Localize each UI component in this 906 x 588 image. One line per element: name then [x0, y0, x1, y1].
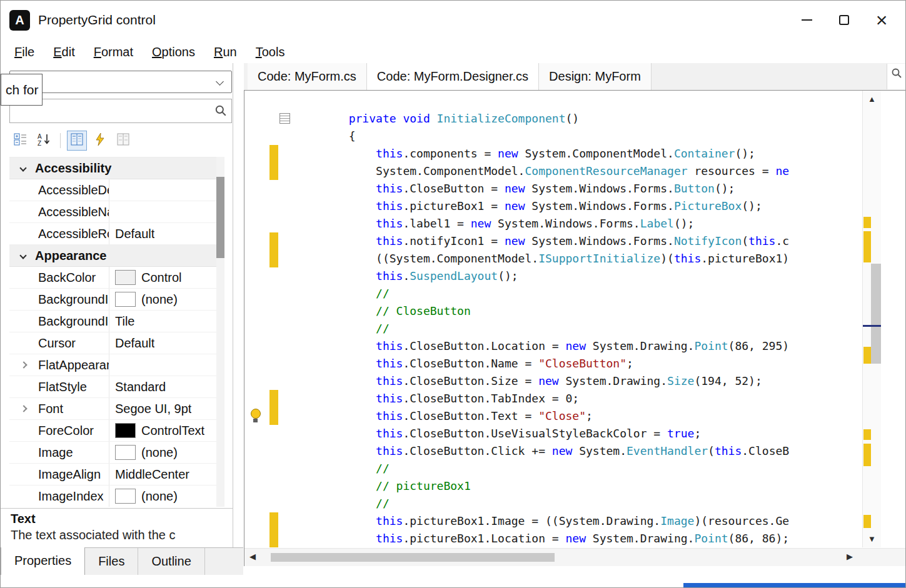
menu-item-run[interactable]: Run [214, 45, 237, 59]
code-line-13: // [244, 320, 862, 337]
editor-vscrollbar[interactable]: ▲ ▼ [862, 91, 881, 547]
scrollbar-thumb[interactable] [271, 553, 555, 562]
scroll-up-icon[interactable]: ▲ [863, 94, 881, 104]
property-value-cell[interactable]: Tile [109, 311, 224, 332]
property-pages-button[interactable] [113, 131, 133, 151]
tab-properties[interactable]: Properties [1, 547, 85, 575]
property-row-cursor[interactable]: CursorDefault [9, 332, 224, 354]
property-value-cell[interactable]: Default [109, 332, 224, 354]
code-line-2: { [244, 127, 862, 145]
scroll-right-icon[interactable]: ▶ [847, 552, 853, 561]
property-value-cell[interactable]: (none) [109, 289, 224, 310]
minimize-button[interactable] [788, 1, 825, 39]
maximize-button[interactable] [825, 1, 863, 39]
property-value-cell[interactable]: Default [109, 223, 224, 244]
property-row-image[interactable]: Image(none) [9, 442, 224, 464]
description-body: The text associated with the c [11, 528, 220, 542]
property-row-imageindex[interactable]: ImageIndex(none) [9, 486, 224, 507]
property-row-accessiblerole[interactable]: AccessibleRoleDefault [9, 223, 224, 245]
property-value-cell[interactable]: MiddleCenter [109, 464, 224, 485]
tab-files[interactable]: Files [85, 548, 138, 575]
property-row-accessibledescription[interactable]: AccessibleDescription [9, 179, 224, 201]
property-row-imagealign[interactable]: ImageAlignMiddleCenter [9, 464, 224, 486]
property-name: AccessibleName [38, 201, 109, 222]
tab-code-myform-cs[interactable]: Code: MyForm.cs [248, 63, 367, 90]
property-value: Default [115, 227, 154, 241]
quick-actions-icon[interactable] [249, 409, 263, 424]
property-grid-scrollbar[interactable] [216, 157, 224, 507]
zoom-icon[interactable] [887, 64, 905, 89]
category-appearance[interactable]: Appearance [9, 245, 224, 267]
color-swatch [115, 489, 136, 504]
maximize-icon [839, 15, 849, 25]
tab-design-myform[interactable]: Design: MyForm [539, 63, 652, 90]
menu-item-tools[interactable]: Tools [256, 45, 285, 59]
change-mark [863, 515, 871, 528]
tab-outline[interactable]: Outline [138, 548, 204, 575]
property-value-cell[interactable]: Standard [109, 376, 224, 397]
menu-item-format[interactable]: Format [94, 45, 133, 59]
code-line-19: this.CloseButton.UseVisualStyleBackColor… [244, 425, 862, 442]
properties-button[interactable] [67, 131, 87, 151]
change-bar-gutter [269, 267, 278, 285]
property-value-cell[interactable] [109, 354, 224, 376]
color-swatch [115, 423, 136, 438]
scrollbar-thumb[interactable] [871, 264, 881, 364]
property-row-flatappearance[interactable]: FlatAppearance [9, 354, 224, 376]
code-line-15: this.CloseButton.Name = "CloseButton"; [244, 355, 862, 372]
property-row-backcolor[interactable]: BackColorControl [9, 267, 224, 289]
alphabetical-button[interactable]: AZ [34, 131, 54, 151]
property-row-backgroundimage[interactable]: BackgroundImage(none) [9, 289, 224, 311]
category-accessibility[interactable]: Accessibility [9, 157, 224, 179]
change-bar-gutter [269, 425, 278, 442]
row-gutter [9, 442, 38, 463]
property-row-flatstyle[interactable]: FlatStyleStandard [9, 376, 224, 398]
property-row-backgroundimagelayout[interactable]: BackgroundImageLayoutTile [9, 311, 224, 332]
property-value-cell[interactable] [109, 201, 224, 222]
property-value-cell[interactable]: (none) [109, 486, 224, 507]
menu-item-options[interactable]: Options [152, 45, 195, 59]
menu-item-file[interactable]: File [14, 45, 34, 59]
svg-text:A: A [38, 133, 42, 140]
change-mark [863, 429, 871, 440]
taskbar-strip [683, 583, 906, 588]
change-mark [863, 347, 871, 364]
search-input[interactable] [14, 101, 208, 121]
scrollbar-thumb[interactable] [216, 177, 224, 258]
property-value: Standard [115, 380, 166, 394]
property-search-combobox[interactable] [9, 71, 232, 93]
property-value-cell[interactable]: Control [109, 267, 224, 288]
menu-item-edit[interactable]: Edit [53, 45, 74, 59]
property-row-forecolor[interactable]: ForeColorControlText [9, 420, 224, 442]
property-value-cell[interactable]: (none) [109, 442, 224, 463]
code-editor[interactable]: private void InitializeComponent() { thi… [244, 90, 906, 566]
search-box [9, 99, 232, 123]
chevron-right-icon[interactable] [20, 361, 27, 368]
panel-splitter[interactable] [233, 63, 233, 547]
editor-hscrollbar[interactable]: ◀ ▶ [244, 548, 906, 566]
scroll-left-icon[interactable]: ◀ [249, 552, 256, 561]
scroll-down-icon[interactable]: ▼ [863, 534, 881, 544]
tab-code-myform-designer-cs[interactable]: Code: MyForm.Designer.cs [367, 63, 539, 90]
search-icon[interactable] [214, 104, 227, 119]
change-bar [269, 530, 278, 547]
property-value-cell[interactable]: ControlText [109, 420, 224, 441]
property-row-font[interactable]: FontSegoe UI, 9pt [9, 398, 224, 420]
categorized-button[interactable] [11, 131, 31, 151]
row-gutter [9, 289, 38, 310]
property-name: AccessibleRole [38, 223, 109, 244]
change-bar-gutter [269, 110, 278, 127]
change-bar-gutter [269, 320, 278, 337]
alphabetical-icon: AZ [37, 132, 51, 149]
events-button[interactable] [90, 131, 110, 151]
property-row-accessiblename[interactable]: AccessibleName [9, 201, 224, 223]
property-name: ImageIndex [38, 486, 109, 507]
code-lines[interactable]: private void InitializeComponent() { thi… [244, 110, 862, 547]
property-name: BackgroundImageLayout [38, 311, 109, 332]
close-button[interactable]: × [863, 1, 900, 39]
property-value-cell[interactable] [109, 179, 224, 201]
outline-collapse-icon[interactable] [279, 113, 290, 124]
chevron-right-icon[interactable] [20, 405, 27, 412]
description-title: Text [11, 512, 233, 526]
property-value-cell[interactable]: Segoe UI, 9pt [109, 398, 224, 419]
